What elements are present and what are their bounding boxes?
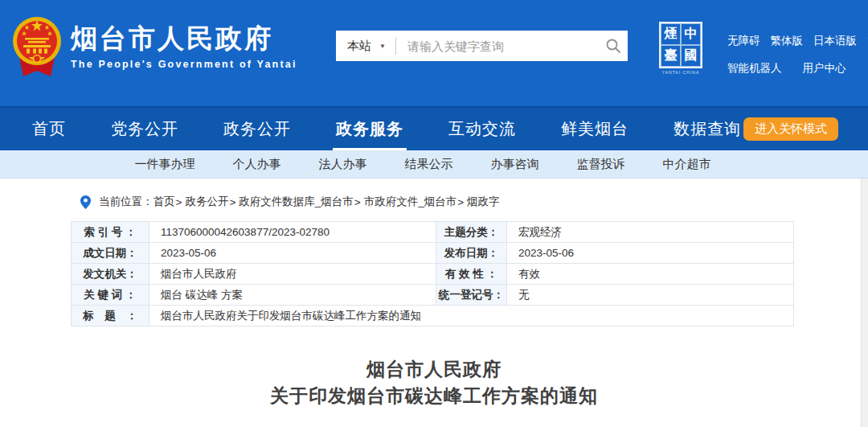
meta-label-topic: 主题分类：	[436, 222, 507, 243]
vertical-scrollbar[interactable]	[861, 179, 868, 427]
link-traditional-chinese[interactable]: 繁体版	[771, 34, 804, 48]
nav-item-gov-disclosure[interactable]: 政务公开	[223, 108, 291, 150]
link-user-center[interactable]: 用户中心	[803, 61, 846, 76]
search-button[interactable]	[599, 31, 628, 61]
meta-value-title: 烟台市人民政府关于印发烟台市碳达峰工作方案的通知	[149, 306, 794, 326]
table-row: 索 引 号 ： 113706000042603877/2023-02780 主题…	[72, 222, 794, 243]
breadcrumb: 当前位置： 首页> 政务公开> 政府文件数据库_烟台市> 市政府文件_烟台市> …	[80, 195, 868, 209]
meta-label-index-no: 索 引 号 ：	[72, 222, 149, 243]
nav-item-home[interactable]: 首页	[32, 108, 66, 150]
meta-value-issuing-agency: 烟台市人民政府	[149, 264, 436, 285]
document-title: 烟台市人民政府 关于印发烟台市碳达峰工作方案的通知	[0, 356, 868, 409]
site-title: 烟台市人民政府	[71, 24, 297, 53]
table-row: 关 键 词 ： 烟台 碳达峰 方案 统一登记号： 无	[72, 285, 794, 306]
seal-caption: YANTAI·CHINA	[657, 70, 704, 75]
meta-value-publish-date: 2023-05-06	[507, 243, 794, 264]
site-header: 烟台市人民政府 The People's Government of Yanta…	[0, 0, 868, 106]
meta-label-issuing-agency: 发文机关：	[72, 264, 149, 285]
breadcrumb-separator: >	[457, 196, 464, 208]
search-icon	[605, 38, 621, 54]
seal-char: 國	[681, 45, 701, 67]
chevron-down-icon: ▼	[379, 43, 386, 50]
breadcrumb-separator: >	[354, 196, 361, 208]
meta-value-index-no: 113706000042603877/2023-02780	[149, 222, 436, 243]
table-row: 成文日期： 2023-05-06 发布日期： 2023-05-06	[72, 243, 794, 264]
meta-value-registration-no: 无	[507, 285, 794, 306]
meta-value-keywords: 烟台 碳达峰 方案	[149, 285, 436, 306]
subnav-item-intermediary[interactable]: 中介超市	[663, 157, 711, 172]
link-japanese[interactable]: 日本语版	[813, 34, 857, 48]
document-title-line1: 烟台市人民政府	[0, 356, 868, 383]
meta-label-validity: 有 效 性 ：	[436, 264, 507, 285]
nav-item-gov-services[interactable]: 政务服务	[336, 108, 403, 150]
meta-label-written-date: 成文日期：	[72, 243, 149, 264]
breadcrumb-doc-database[interactable]: 政府文件数据库_烟台市	[239, 195, 354, 209]
meta-label-title: 标 题 ：	[72, 306, 149, 326]
location-pin-icon	[80, 195, 91, 209]
meta-value-validity: 有效	[507, 264, 794, 285]
site-branding[interactable]: 烟台市人民政府 The People's Government of Yanta…	[71, 24, 297, 70]
document-title-line2: 关于印发烟台市碳达峰工作方案的通知	[0, 383, 868, 409]
link-accessibility[interactable]: 无障碍	[727, 34, 760, 48]
search-scope-label: 本站	[347, 39, 371, 54]
nav-item-interaction[interactable]: 互动交流	[448, 108, 516, 150]
quick-links-row-2: 智能机器人 用户中心	[727, 61, 868, 76]
nav-item-data-query[interactable]: 数据查询	[674, 108, 741, 150]
yantai-china-seal: 煙 中 臺 國	[659, 22, 702, 68]
search-scope-dropdown[interactable]: 本站 ▼	[336, 39, 395, 54]
subnav-item-consultation[interactable]: 办事咨询	[491, 157, 539, 172]
seal-char: 中	[681, 23, 701, 45]
main-nav: 首页 党务公开 政务公开 政务服务 互动交流 鲜美烟台 数据查询 进入关怀模式	[0, 106, 868, 150]
meta-label-registration-no: 统一登记号：	[436, 285, 507, 306]
search-bar: 本站 ▼	[336, 31, 628, 61]
subnav-item-supervision[interactable]: 监督投诉	[577, 157, 625, 172]
breadcrumb-gov-disclosure[interactable]: 政务公开	[185, 195, 228, 209]
breadcrumb-home[interactable]: 首页	[154, 195, 175, 209]
nav-item-fresh-yantai[interactable]: 鲜美烟台	[561, 108, 628, 150]
breadcrumb-label: 当前位置：	[99, 195, 154, 209]
subnav-item-results[interactable]: 结果公示	[405, 157, 453, 172]
link-smart-robot[interactable]: 智能机器人	[727, 61, 782, 76]
care-mode-button[interactable]: 进入关怀模式	[743, 117, 838, 141]
sub-nav: 一件事办理 个人办事 法人办事 结果公示 办事咨询 监督投诉 中介超市	[0, 150, 868, 179]
content-area: 当前位置： 首页> 政务公开> 政府文件数据库_烟台市> 市政府文件_烟台市> …	[0, 179, 868, 427]
header-quick-links: 无障碍 繁体版 日本语版 한국어판 智能机器人 用户中心	[727, 34, 868, 76]
breadcrumb-city-docs[interactable]: 市政府文件_烟台市	[364, 195, 457, 209]
meta-value-topic: 宏观经济	[507, 222, 794, 243]
nav-item-party-affairs[interactable]: 党务公开	[111, 108, 178, 150]
quick-links-row-1: 无障碍 繁体版 日本语版 한국어판	[727, 34, 868, 48]
subnav-item-one-thing[interactable]: 一件事办理	[135, 157, 195, 172]
meta-label-keywords: 关 键 词 ：	[72, 285, 149, 306]
seal-char: 臺	[661, 45, 681, 67]
breadcrumb-separator: >	[229, 196, 235, 208]
meta-value-written-date: 2023-05-06	[149, 243, 436, 264]
document-meta-table: 索 引 号 ： 113706000042603877/2023-02780 主题…	[71, 221, 794, 326]
seal-char: 煙	[661, 23, 681, 45]
meta-label-publish-date: 发布日期：	[436, 243, 507, 264]
breadcrumb-separator: >	[176, 196, 182, 208]
national-emblem-icon	[11, 12, 63, 84]
page: 烟台市人民政府 The People's Government of Yanta…	[0, 0, 868, 427]
site-subtitle: The People's Government of Yantai	[71, 59, 297, 70]
breadcrumb-current: 烟政字	[467, 195, 500, 209]
subnav-item-legal-person[interactable]: 法人办事	[319, 157, 367, 172]
subnav-item-personal[interactable]: 个人办事	[233, 157, 281, 172]
table-row: 发文机关： 烟台市人民政府 有 效 性 ： 有效	[72, 264, 794, 285]
search-input[interactable]	[396, 39, 599, 53]
table-row: 标 题 ： 烟台市人民政府关于印发烟台市碳达峰工作方案的通知	[72, 306, 794, 326]
